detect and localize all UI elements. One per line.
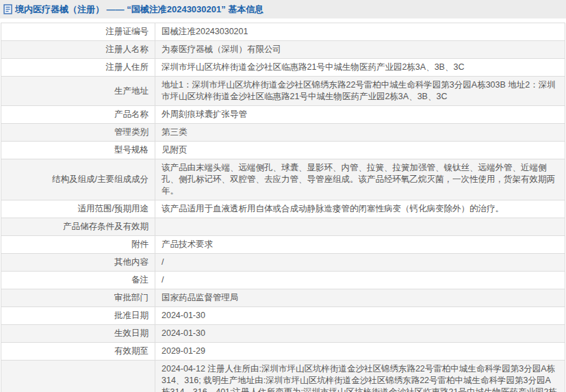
row-value: / (155, 254, 565, 272)
row-value: 该产品由末端头端、远端侧孔、球囊、显影环、内管、拉簧、拉簧加强管、镍钛丝、远端外… (155, 159, 565, 200)
table-row: 备注 / (1, 272, 565, 289)
row-label: 产品储存条件及有效期 (1, 218, 155, 236)
table-row: 产品名称 外周刻痕球囊扩张导管 (1, 106, 565, 124)
row-label: 型号规格 (1, 142, 155, 159)
page-header: 境内医疗器械（注册） —— “国械注准20243030201” 基本信息 (0, 0, 566, 18)
page-title: 境内医疗器械（注册） —— “国械注准20243030201” 基本信息 (15, 3, 263, 16)
row-label: 管理类别 (1, 124, 155, 142)
table-row: 变更情况 2024-04-12 注册人住所由:深圳市坪山区坑梓街道金沙社区锦绣东… (1, 361, 565, 392)
row-value: 为泰医疗器械（深圳）有限公司 (155, 41, 565, 59)
row-label: 生产地址 (1, 77, 155, 106)
row-label: 变更情况 (1, 361, 155, 392)
table-row: 生产地址 地址1：深圳市坪山区坑梓街道金沙社区锦绣东路22号雷柏中城生命科学园第… (1, 77, 565, 106)
table-row: 批准日期 2024-01-30 (1, 307, 565, 325)
table-row: 附件 产品技术要求 (1, 236, 565, 254)
table-row: 注册证编号 国械注准20243030201 (1, 23, 565, 41)
row-value: 外周刻痕球囊扩张导管 (155, 106, 565, 124)
table-row: 其他内容 / (1, 254, 565, 272)
row-value: 国家药品监督管理局 (155, 289, 565, 307)
row-value: 见附页 (155, 142, 565, 159)
row-label: 审批部门 (1, 289, 155, 307)
row-label: 适用范围/预期用途 (1, 200, 155, 218)
table-row: 结构及组成/主要组成成分 该产品由末端头端、远端侧孔、球囊、显影环、内管、拉簧、… (1, 159, 565, 200)
table-row: 产品储存条件及有效期 (1, 218, 565, 236)
document-icon (3, 4, 12, 14)
row-label: 结构及组成/主要组成成分 (1, 159, 155, 200)
row-value: 2024-01-30 (155, 325, 565, 343)
row-label: 生效日期 (1, 325, 155, 343)
row-value: 产品技术要求 (155, 236, 565, 254)
row-value: / (155, 272, 565, 289)
row-label: 注册人名称 (1, 41, 155, 59)
row-value: 2024-01-30 (155, 307, 565, 325)
row-label: 产品名称 (1, 106, 155, 124)
table-row: 型号规格 见附页 (1, 142, 565, 159)
table-row: 注册人住所 深圳市坪山区坑梓街道金沙社区临惠路21号中城生物医药产业园2栋3A、… (1, 59, 565, 77)
table-row: 有效期至 2029-01-29 (1, 343, 565, 361)
table-row: 注册人名称 为泰医疗器械（深圳）有限公司 (1, 41, 565, 59)
table-row: 管理类别 第三类 (1, 124, 565, 142)
row-value: 2024-04-12 注册人住所由:深圳市坪山区坑梓街道金沙社区锦绣东路22号雷… (155, 361, 565, 392)
row-label: 注册人住所 (1, 59, 155, 77)
row-value: 地址1：深圳市坪山区坑梓街道金沙社区锦绣东路22号雷柏中城生命科学园第3分园A栋… (155, 77, 565, 106)
row-value: 该产品适用于血液透析用自体或合成动静脉造瘘管的闭塞性病变（钙化病变除外）的治疗。 (155, 200, 565, 218)
row-label: 批准日期 (1, 307, 155, 325)
row-value (155, 218, 565, 236)
row-value: 深圳市坪山区坑梓街道金沙社区临惠路21号中城生物医药产业园2栋3A、3B、3C (155, 59, 565, 77)
registration-info-table: 注册证编号 国械注准20243030201 注册人名称 为泰医疗器械（深圳）有限… (1, 23, 565, 392)
row-label: 注册证编号 (1, 23, 155, 41)
row-label: 附件 (1, 236, 155, 254)
row-label: 备注 (1, 272, 155, 289)
table-row: 审批部门 国家药品监督管理局 (1, 289, 565, 307)
row-label: 有效期至 (1, 343, 155, 361)
row-value: 第三类 (155, 124, 565, 142)
row-label: 其他内容 (1, 254, 155, 272)
table-row: 适用范围/预期用途 该产品适用于血液透析用自体或合成动静脉造瘘管的闭塞性病变（钙… (1, 200, 565, 218)
row-value: 国械注准20243030201 (155, 23, 565, 41)
row-value: 2029-01-29 (155, 343, 565, 361)
table-row: 生效日期 2024-01-30 (1, 325, 565, 343)
